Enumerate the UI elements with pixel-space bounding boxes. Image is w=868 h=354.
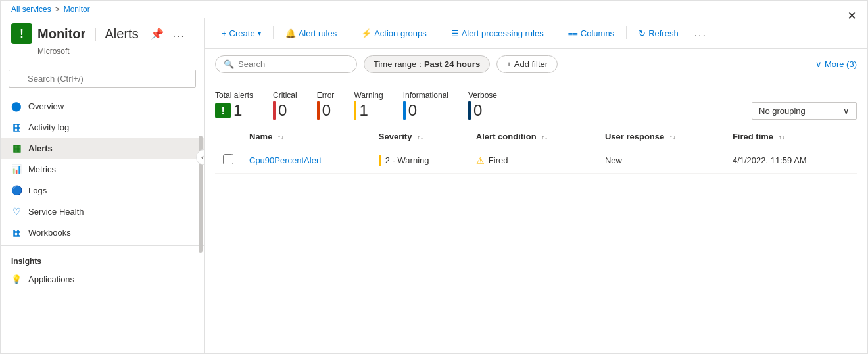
informational-label: Informational [403, 91, 448, 100]
critical-stat: Critical 0 [273, 91, 297, 120]
informational-value: 0 [408, 101, 417, 120]
row-severity-cell-0: 2 - Warning [371, 147, 468, 174]
stats-row: Total alerts ! 1 Critical 0 Err [205, 80, 867, 126]
grouping-chevron-icon: ∨ [843, 106, 850, 116]
create-button[interactable]: + Create ▾ [215, 24, 268, 42]
severity-value-0: 2 - Warning [385, 155, 429, 165]
breadcrumb-monitor[interactable]: Monitor [64, 5, 90, 14]
table-row: Cpu90PercentAlert 2 - Warning ⚠ Fired Ne… [215, 147, 857, 174]
severity-column-header[interactable]: Severity ↑↓ [371, 126, 468, 147]
critical-bar [273, 101, 276, 120]
columns-label: Columns [581, 28, 614, 38]
breadcrumb: All services > Monitor [1, 1, 867, 18]
toolbar-divider-4 [556, 26, 556, 39]
close-button[interactable]: ✕ [847, 9, 857, 23]
breadcrumb-all-services[interactable]: All services [11, 5, 51, 14]
alerts-icon: ▦ [11, 143, 22, 153]
refresh-icon: ↻ [639, 28, 646, 38]
user-response-value-0: New [605, 155, 622, 165]
toolbar-divider-3 [439, 26, 439, 39]
sidebar-item-label-applications: Applications [28, 274, 74, 284]
action-groups-button[interactable]: ⚡ Action groups [354, 24, 433, 42]
fired-time-column-header[interactable]: Fired time ↑↓ [725, 126, 857, 147]
warning-value: 1 [359, 101, 368, 120]
warning-bar [354, 101, 356, 120]
total-alerts-label: Total alerts [215, 91, 253, 100]
sidebar-search-input[interactable] [9, 70, 196, 88]
row-fired-time-cell-0: 4/1/2022, 11:59 AM [725, 147, 857, 174]
time-range-button[interactable]: Time range : Past 24 hours [364, 55, 490, 73]
sidebar-item-label-overview: Overview [28, 101, 64, 111]
sidebar-item-label-service-health: Service Health [28, 207, 84, 216]
add-filter-button[interactable]: + Add filter [496, 55, 558, 73]
applications-icon: 💡 [11, 274, 22, 284]
informational-stat: Informational 0 [403, 91, 448, 120]
pin-button[interactable]: 📌 [151, 28, 164, 40]
checkbox-column-header [215, 126, 241, 147]
name-column-header[interactable]: Name ↑↓ [241, 126, 371, 147]
sidebar-header: ! Monitor | Alerts 📌 ... Microsoft [1, 18, 204, 64]
toolbar: + Create ▾ 🔔 Alert rules ⚡ Action groups… [205, 18, 867, 49]
grouping-label: No grouping [759, 106, 806, 116]
fired-time-sort-icon: ↑↓ [779, 134, 785, 141]
sidebar-item-workbooks[interactable]: ▦ Workbooks [1, 222, 204, 243]
alert-name-link-0[interactable]: Cpu90PercentAlert [249, 155, 322, 165]
sidebar-item-activity-log[interactable]: ▦ Activity log [1, 116, 204, 138]
more-filters-chevron-icon: ∨ [815, 59, 822, 69]
alert-rules-button[interactable]: 🔔 Alert rules [279, 24, 344, 42]
user-response-sort-icon: ↑↓ [669, 134, 676, 141]
sidebar-item-metrics[interactable]: 📊 Metrics [1, 159, 204, 180]
total-alerts-value: 1 [233, 101, 242, 120]
filter-bar: 🔍 Time range : Past 24 hours + Add filte… [205, 49, 867, 80]
fired-time-value-0: 4/1/2022, 11:59 AM [733, 155, 807, 165]
columns-icon: ≡≡ [568, 28, 578, 38]
alert-processing-rules-label: Alert processing rules [462, 28, 544, 38]
more-filters-button[interactable]: ∨ More (3) [815, 59, 857, 69]
critical-label: Critical [273, 91, 297, 100]
sidebar-item-logs[interactable]: 🔵 Logs [1, 180, 204, 201]
columns-button[interactable]: ≡≡ Columns [562, 24, 621, 42]
create-chevron-icon: ▾ [258, 30, 261, 37]
add-filter-label: Add filter [514, 59, 548, 69]
service-health-icon: ♡ [11, 206, 22, 216]
alert-condition-column-header[interactable]: Alert condition ↑↓ [468, 126, 597, 147]
error-label: Error [317, 91, 335, 100]
metrics-icon: 📊 [11, 164, 22, 174]
sidebar-item-applications[interactable]: 💡 Applications [1, 268, 204, 290]
toolbar-more-button[interactable]: ... [688, 23, 713, 43]
total-alerts-icon: ! [215, 103, 231, 118]
name-sort-icon: ↑↓ [277, 134, 284, 141]
filter-search-input[interactable] [238, 59, 349, 69]
sidebar-item-label-workbooks: Workbooks [28, 228, 71, 238]
sidebar-item-alerts[interactable]: ▦ Alerts [1, 138, 204, 159]
time-range-label: Time range [374, 59, 416, 69]
more-menu-button[interactable]: ... [173, 28, 185, 39]
filter-search-icon: 🔍 [224, 59, 234, 69]
page-title: Alerts [105, 26, 139, 41]
user-response-column-header[interactable]: User response ↑↓ [597, 126, 725, 147]
row-checkbox-0[interactable] [223, 154, 233, 164]
refresh-button[interactable]: ↻ Refresh [632, 24, 685, 42]
sidebar-item-overview[interactable]: ⬤ Overview [1, 95, 204, 116]
create-plus-icon: + [222, 28, 227, 38]
breadcrumb-separator: > [55, 5, 60, 14]
alert-processing-rules-button[interactable]: ☰ Alert processing rules [445, 24, 550, 42]
sidebar-item-label-alerts: Alerts [28, 143, 53, 153]
action-groups-label: Action groups [374, 28, 427, 38]
alerts-table: Name ↑↓ Severity ↑↓ Alert condition ↑↓ [215, 126, 857, 174]
verbose-value: 0 [473, 101, 482, 120]
app-separator: | [93, 26, 97, 41]
condition-icon-0: ⚠ [476, 155, 485, 166]
alert-condition-sort-icon: ↑↓ [541, 134, 548, 141]
error-bar [317, 101, 320, 120]
table-area: Name ↑↓ Severity ↑↓ Alert condition ↑↓ [205, 126, 867, 353]
row-name-cell-0: Cpu90PercentAlert [241, 147, 371, 174]
insights-section-header: Insights [1, 245, 204, 268]
row-condition-cell-0: ⚠ Fired [468, 147, 597, 174]
sidebar-item-service-health[interactable]: ♡ Service Health [1, 201, 204, 222]
grouping-dropdown[interactable]: No grouping ∨ [752, 102, 857, 120]
toolbar-divider-1 [273, 26, 274, 39]
sidebar: ! Monitor | Alerts 📌 ... Microsoft 🔍 ‹ [1, 18, 205, 353]
sidebar-search-container: 🔍 [1, 64, 204, 93]
alert-processing-icon: ☰ [451, 28, 459, 38]
